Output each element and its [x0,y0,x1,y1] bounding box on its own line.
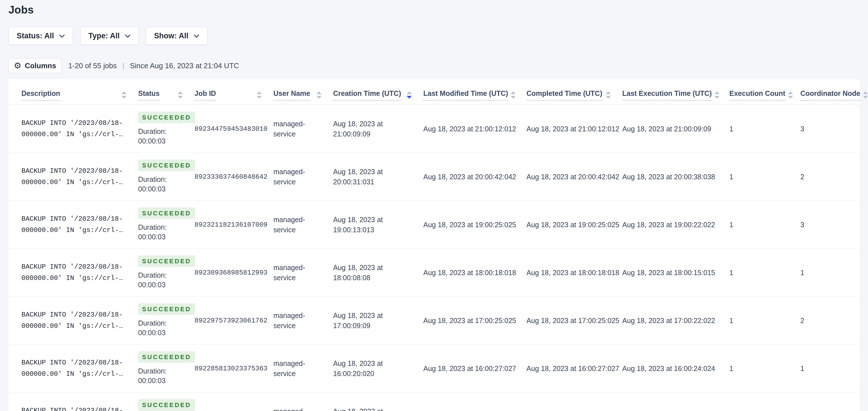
last-execution-time-cell: Aug 18, 2023 at 17:00:22:022 [622,297,730,345]
duration-label: Duration: [138,366,183,376]
creation-time-cell: Aug 18, 2023 at 20:00:31:031 [333,153,423,201]
status-filter-dropdown[interactable]: Status: All [8,27,73,45]
sort-icon[interactable] [178,91,183,99]
column-header-label: Description [22,89,60,100]
status-cell: SUCCEEDED Duration: 00:00:03 [138,248,194,297]
completed-time-cell: Aug 18, 2023 at 16:00:27:027 [526,345,622,392]
duration-value: 00:00:03 [138,376,183,385]
last-modified-time-cell: Aug 18, 2023 at 16:00:27:027 [423,345,526,392]
jobs-count-text: 1-20 of 55 jobs [68,61,117,70]
completed-time-cell: Aug 18, 2023 at 20:00:42:042 [526,153,622,201]
table-row: BACKUP INTO '/2023/08/18- 000000.00' IN … [8,105,860,153]
sort-icon[interactable] [121,91,127,99]
status-cell: SUCCEEDED Duration: 00:00:03 [138,297,194,345]
column-header-label: User Name [273,89,310,100]
job-description-link[interactable]: BACKUP INTO '/2023/08/18- 000000.00' IN … [22,261,127,284]
last-modified-time-cell: Aug 18, 2023 at 20:00:42:042 [423,153,526,201]
column-header-execution-count[interactable]: Execution Count [730,79,800,105]
status-filter-label: Status: All [17,32,54,40]
column-header-coordinator-node[interactable]: Coordinator Node [800,79,860,105]
execution-count-cell: 1 [730,345,800,392]
type-filter-label: Type: All [89,32,120,40]
last-modified-time-cell: Aug 18, 2023 at 21:00:12:012 [423,105,526,153]
sort-icon[interactable] [510,91,516,99]
job-description-link[interactable]: BACKUP INTO '/2023/08/18- 000000.00' IN … [22,405,127,411]
job-description-link[interactable]: BACKUP INTO '/2023/08/18- 000000.00' IN … [22,118,127,140]
sort-icon[interactable] [714,91,720,99]
creation-time-cell: Aug 18, 2023 at 21:00:09:09 [333,105,423,153]
job-description-link[interactable]: BACKUP INTO '/2023/08/18- 000000.00' IN … [22,166,127,188]
separator: | [122,61,124,70]
sort-icon[interactable] [606,91,611,99]
job-description-link[interactable]: BACKUP INTO '/2023/08/18- 000000.00' IN … [22,357,127,380]
job-id-cell: 892297573923061762 [194,297,273,345]
status-cell: SUCCEEDED Duration: 00:00:03 [138,153,194,201]
columns-button-label: Columns [25,61,56,70]
status-badge: SUCCEEDED [138,351,195,363]
column-header-label: Creation Time (UTC) [333,89,401,100]
creation-time-cell: Aug 18, 2023 at 17:00:09:09 [333,297,423,345]
description-cell: BACKUP INTO '/2023/08/18- 000000.00' IN … [8,105,138,153]
column-header-user-name[interactable]: User Name [273,79,333,105]
job-description-link[interactable]: BACKUP INTO '/2023/08/18- 000000.00' IN … [22,213,127,236]
chevron-down-icon [59,34,65,38]
duration-value: 00:00:03 [138,328,183,337]
filter-bar: Status: All Type: All Show: All [8,27,860,45]
table-row: BACKUP INTO '/2023/08/18- 000000.00' IN … [8,297,860,345]
columns-button[interactable]: ⚙ Columns [8,58,61,73]
job-description-link[interactable]: BACKUP INTO '/2023/08/18- 000000.00' IN … [22,309,127,332]
status-cell: SUCCEEDED Duration: 00:00:03 [138,392,194,411]
coordinator-node-cell: 1 [800,345,860,392]
jobs-page: Jobs Status: All Type: All Show: All ⚙ C… [0,0,868,411]
execution-count-cell: 1 [730,201,800,248]
duration-label: Duration: [138,126,183,136]
column-header-job-id[interactable]: Job ID [194,79,273,105]
show-filter-dropdown[interactable]: Show: All [146,27,208,45]
sort-icon[interactable] [788,91,793,99]
job-id-value: 892285813023375363 [194,365,268,372]
sort-icon[interactable] [316,91,322,99]
duration-value: 00:00:03 [138,136,183,146]
duration-label: Duration: [138,175,183,184]
duration-value: 00:00:03 [138,232,183,242]
column-header-last-execution-time[interactable]: Last Execution Time (UTC) [622,79,730,105]
coordinator-node-cell: 2 [800,153,860,201]
column-header-creation-time[interactable]: Creation Time (UTC) [333,79,423,105]
description-cell: BACKUP INTO '/2023/08/18- 000000.00' IN … [8,248,138,297]
chevron-down-icon [125,34,130,38]
duration-label: Duration: [138,318,183,328]
gear-icon: ⚙ [14,61,22,70]
column-header-status[interactable]: Status [138,79,194,105]
description-cell: BACKUP INTO '/2023/08/18- 000000.00' IN … [8,345,138,392]
column-header-completed-time[interactable]: Completed Time (UTC) [526,79,622,105]
sort-icon[interactable] [863,91,868,99]
table-row: BACKUP INTO '/2023/08/18- 000000.00' IN … [8,248,860,297]
description-cell: BACKUP INTO '/2023/08/18- 000000.00' IN … [8,201,138,248]
status-cell: SUCCEEDED Duration: 00:00:03 [138,105,194,153]
page-title: Jobs [8,4,860,16]
last-execution-time-cell: Aug 18, 2023 at 19:00:22:022 [622,201,730,248]
job-id-cell: 892285813023375363 [194,345,273,392]
completed-time-cell: Aug 18, 2023 at 15:00:08:08 [526,392,622,411]
job-id-value: 892321182136107009 [194,221,268,229]
job-id-cell: 892309368985812993 [194,248,273,297]
sort-icon[interactable] [256,91,262,99]
column-header-description[interactable]: Description [8,79,138,105]
column-header-last-modified-time[interactable]: Last Modified Time (UTC) [423,79,526,105]
description-cell: BACKUP INTO '/2023/08/18- 000000.00' IN … [8,153,138,201]
job-id-value: 892333037460848642 [194,173,268,181]
execution-count-cell: 1 [730,392,800,411]
type-filter-dropdown[interactable]: Type: All [80,27,138,45]
sort-desc-icon[interactable] [406,91,412,99]
status-badge: SUCCEEDED [138,399,195,411]
coordinator-node-cell: 2 [800,297,860,345]
since-text: Since Aug 16, 2023 at 21:04 UTC [130,61,239,70]
execution-count-cell: 1 [730,297,800,345]
job-id-cell: 892321182136107009 [194,201,273,248]
last-modified-time-cell: Aug 18, 2023 at 19:00:25:025 [423,201,526,248]
column-header-label: Execution Count [730,89,785,100]
column-header-label: Status [138,89,159,100]
column-header-label: Job ID [194,89,216,100]
duration-value: 00:00:03 [138,280,183,290]
last-modified-time-cell: Aug 18, 2023 at 18:00:18:018 [423,248,526,297]
